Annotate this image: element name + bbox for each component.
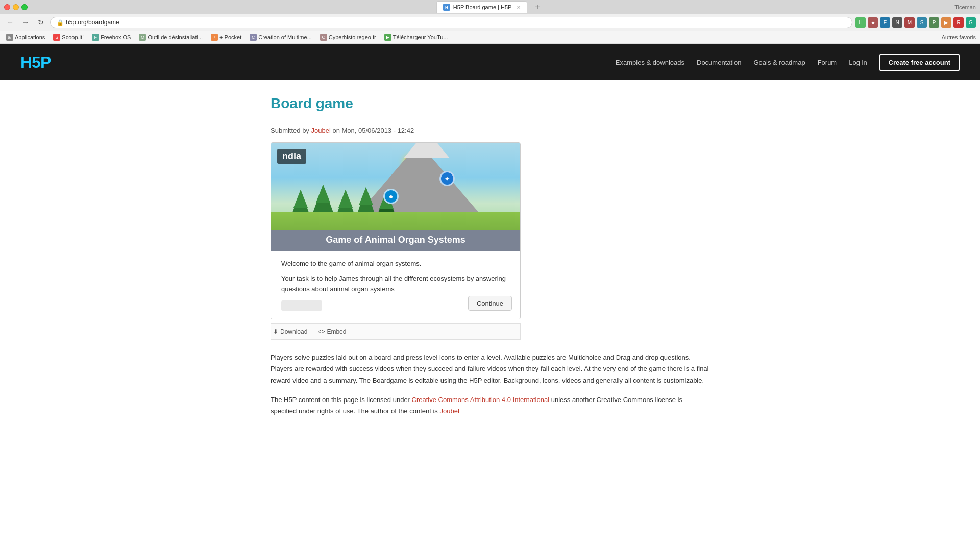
game-title-bar: Game of Animal Organ Systems	[271, 230, 520, 251]
title-bar: H H5P Board game | H5P ✕ ＋ Ticeman	[0, 0, 980, 14]
author-link[interactable]: Joubel	[311, 127, 331, 134]
tab-close-button[interactable]: ✕	[517, 5, 521, 10]
submission-date: on Mon, 05/06/2013 - 12:42	[332, 127, 414, 134]
ext-icon-8[interactable]: ▶	[941, 17, 951, 28]
embed-label: Embed	[327, 328, 346, 335]
create-account-button[interactable]: Create free account	[879, 54, 960, 71]
ext-icon-3[interactable]: E	[880, 17, 890, 28]
mountain-snow-decoration	[404, 143, 450, 158]
tree-4	[357, 187, 375, 215]
bookmark-label: + Pocket	[219, 34, 241, 40]
ext-icon-2[interactable]: ★	[868, 17, 878, 28]
tree-2	[312, 185, 334, 215]
download-link[interactable]: ⬇ Download	[273, 328, 307, 335]
token-bird-icon: ✦	[444, 174, 450, 183]
bookmark-icon: ⊞	[6, 34, 13, 41]
game-token-1: ✦	[439, 171, 455, 186]
ext-icon-10[interactable]: G	[966, 17, 976, 28]
bookmark-telechargeur[interactable]: ▶ Téléchargeur YouTu...	[382, 33, 450, 42]
tab-title: H5P Board game | H5P	[453, 4, 512, 10]
bookmark-label: Outil de désinstallati...	[148, 34, 203, 40]
embed-icon: <>	[317, 328, 325, 335]
address-bar[interactable]: 🔒 h5p.org/boardgame	[50, 17, 852, 28]
reload-button[interactable]: ↻	[35, 16, 47, 29]
nav-goals[interactable]: Goals & roadmap	[753, 59, 805, 66]
token-bird2-icon: ●	[389, 192, 393, 201]
bookmark-icon: ▶	[384, 34, 391, 41]
content-description: Players solve puzzles laid out on a boar…	[271, 352, 709, 386]
bookmark-label: Scoop.it!	[62, 34, 84, 40]
site-nav: Examples & downloads Documentation Goals…	[616, 54, 960, 71]
bookmark-icon: S	[53, 34, 60, 41]
ext-icon-4[interactable]: N	[892, 17, 902, 28]
main-content: Board game Submitted by Joubel on Mon, 0…	[260, 80, 720, 432]
ndla-logo: ndla	[277, 149, 306, 164]
game-desc-1: Welcome to the game of animal organ syst…	[281, 259, 510, 269]
embed-link[interactable]: <> Embed	[317, 328, 346, 335]
nav-login[interactable]: Log in	[849, 59, 867, 66]
ground-decoration	[271, 212, 521, 230]
ext-icon-7[interactable]: P	[929, 17, 939, 28]
license-block: The H5P content on this page is licensed…	[271, 394, 709, 417]
game-blur-area	[281, 300, 322, 311]
secure-icon: 🔒	[57, 19, 64, 26]
download-label: Download	[280, 328, 307, 335]
action-bar: ⬇ Download <> Embed	[271, 323, 521, 340]
submitted-by-text: Submitted by	[271, 127, 309, 134]
title-divider	[271, 118, 709, 118]
autres-favoris-label: Autres favoris	[942, 34, 976, 40]
game-title-text: Game of Animal Organ Systems	[326, 235, 465, 245]
address-bar-row: ← → ↻ 🔒 h5p.org/boardgame H ★ E N M S P …	[0, 14, 980, 31]
user-label: Ticeman	[954, 4, 976, 10]
minimize-button[interactable]	[13, 4, 19, 10]
bookmark-pocket[interactable]: + + Pocket	[209, 33, 243, 42]
tab-favicon: H	[443, 4, 450, 11]
close-button[interactable]	[4, 4, 10, 10]
trees-decoration	[291, 185, 396, 215]
ext-icon-9[interactable]: R	[953, 17, 964, 28]
site-logo[interactable]: H5P	[20, 53, 51, 72]
browser-extensions: H ★ E N M S P ▶ R G	[855, 17, 976, 28]
ext-icon-6[interactable]: S	[917, 17, 927, 28]
bookmark-applications[interactable]: ⊞ Applications	[4, 33, 47, 42]
game-description: Welcome to the game of animal organ syst…	[271, 251, 520, 319]
bookmark-outil[interactable]: O Outil de désinstallati...	[137, 33, 205, 42]
nav-examples[interactable]: Examples & downloads	[616, 59, 684, 66]
browser-chrome: H H5P Board game | H5P ✕ ＋ Ticeman ← → ↻…	[0, 0, 980, 44]
license-link[interactable]: Creative Commons Attribution 4.0 Interna…	[412, 396, 550, 404]
bookmark-label: Applications	[15, 34, 45, 40]
bookmark-creation[interactable]: C Creation of Multime...	[248, 33, 314, 42]
forward-button[interactable]: →	[19, 16, 32, 29]
bookmark-icon: F	[92, 34, 99, 41]
download-icon: ⬇	[273, 328, 278, 335]
bookmark-label: Creation of Multime...	[258, 34, 312, 40]
license-author-link[interactable]: Joubel	[439, 407, 459, 415]
site-header: H5P Examples & downloads Documentation G…	[0, 44, 980, 80]
page-title: Board game	[271, 95, 709, 112]
bookmark-cyberhistoire[interactable]: C Cyberhistoiregeo.fr	[318, 33, 378, 42]
ext-icon-5[interactable]: M	[904, 17, 915, 28]
game-container: ndla ✦ ● Gam	[271, 142, 521, 319]
bookmarks-bar: ⊞ Applications S Scoop.it! F Freebox OS …	[0, 31, 980, 44]
bookmark-label: Freebox OS	[101, 34, 131, 40]
back-button[interactable]: ←	[4, 16, 16, 29]
traffic-lights	[4, 4, 28, 10]
browser-tab[interactable]: H H5P Board game | H5P ✕	[436, 1, 528, 13]
license-prefix: The H5P content on this page is licensed…	[271, 396, 410, 404]
game-scene: ndla ✦ ●	[271, 143, 521, 230]
bookmark-scoop[interactable]: S Scoop.it!	[51, 33, 86, 42]
bookmark-label: Cyberhistoiregeo.fr	[329, 34, 376, 40]
submission-info: Submitted by Joubel on Mon, 05/06/2013 -…	[271, 127, 709, 134]
nav-forum[interactable]: Forum	[818, 59, 837, 66]
maximize-button[interactable]	[21, 4, 28, 10]
bookmark-icon: C	[250, 34, 257, 41]
nav-documentation[interactable]: Documentation	[697, 59, 741, 66]
game-desc-2: Your task is to help James through all t…	[281, 273, 510, 295]
bookmark-freebox[interactable]: F Freebox OS	[90, 33, 133, 42]
ext-icon-1[interactable]: H	[855, 17, 866, 28]
url-text: h5p.org/boardgame	[66, 19, 119, 26]
bookmark-icon: C	[320, 34, 327, 41]
bookmark-icon: O	[139, 34, 146, 41]
continue-button[interactable]: Continue	[468, 296, 512, 311]
new-tab-button[interactable]: ＋	[529, 0, 546, 14]
